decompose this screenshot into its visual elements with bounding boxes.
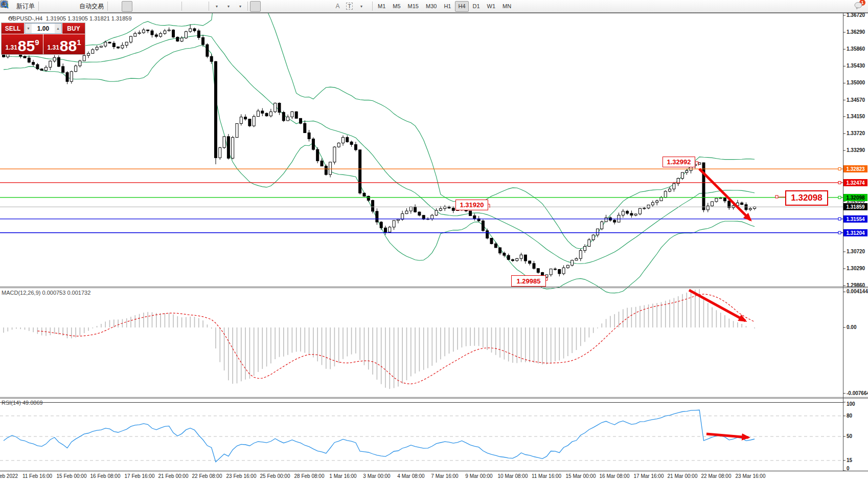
notifications-icon[interactable]: 1 — [853, 1, 864, 12]
candle-body — [151, 31, 153, 35]
crosshair-button[interactable] — [262, 1, 272, 12]
channel-button[interactable]: E — [309, 1, 319, 12]
volume-down-icon[interactable]: ▼ — [25, 24, 32, 33]
candle-body — [155, 35, 157, 36]
price-tick-label: 1.29860 — [847, 282, 865, 288]
tf-h1-button[interactable]: H1 — [441, 1, 454, 12]
label-button[interactable]: T — [344, 1, 355, 12]
sell-button[interactable]: SELL — [2, 23, 24, 34]
symbol-icon — [8, 15, 14, 20]
zoom-out-button[interactable] — [157, 1, 168, 12]
candle-body — [342, 137, 345, 143]
tf-h4-button[interactable]: H4 — [455, 1, 468, 12]
price-line-label: 1.31204 — [843, 229, 867, 236]
favorites-icon[interactable] — [41, 1, 52, 12]
rsi-tick-label: 15 — [847, 457, 852, 463]
zoom-in-button[interactable] — [145, 1, 156, 12]
candle-body — [248, 119, 251, 126]
tf-d1-button[interactable]: D1 — [470, 1, 483, 12]
candlestick-chart-button[interactable] — [122, 1, 132, 12]
time-tick-label: 3 Mar 00:00 — [363, 473, 390, 479]
auto-scroll-button[interactable] — [184, 1, 195, 12]
fibonacci-button[interactable]: F — [321, 1, 331, 12]
new-order-label: 新订单 — [16, 2, 35, 11]
tf-w1-button[interactable]: W1 — [484, 1, 499, 12]
bar-chart-button[interactable] — [110, 1, 121, 12]
new-order-button[interactable]: 新订单 — [13, 1, 36, 12]
price-line-label: 1.31554 — [843, 215, 867, 223]
trend-arrow[interactable] — [699, 169, 750, 220]
time-tick-label: 11 Feb 16:00 — [22, 473, 52, 479]
volume-input[interactable]: 1.00 — [32, 24, 55, 33]
line-anchor-marker[interactable] — [838, 168, 841, 170]
price-callout-current[interactable]: 1.32098 — [785, 190, 828, 206]
cursor-button[interactable] — [250, 1, 261, 12]
candle-body — [223, 137, 225, 148]
time-tick-label: 10 Mar 08:00 — [498, 473, 528, 479]
candle-body — [435, 210, 438, 215]
line-anchor-marker[interactable] — [838, 181, 841, 184]
candle-body — [724, 198, 726, 201]
line-anchor-marker[interactable] — [838, 196, 841, 199]
vline-button[interactable] — [273, 1, 284, 12]
chart-shift-button[interactable] — [196, 1, 207, 12]
candle-body — [261, 111, 264, 113]
text-button[interactable]: A — [332, 1, 343, 12]
candle-body — [634, 214, 637, 215]
candle-body — [384, 228, 387, 232]
candle-body — [257, 111, 260, 117]
sell-price-button[interactable]: 1.31 85 9 — [2, 34, 43, 54]
candle-body — [164, 31, 166, 33]
chart-canvas[interactable] — [0, 0, 868, 482]
tile-windows-button[interactable] — [169, 1, 179, 12]
price-callout-mid[interactable]: 1.31920 — [455, 200, 488, 210]
tf-m15-button[interactable]: M15 — [405, 1, 422, 12]
candle-body — [295, 112, 298, 118]
tf-m1-button[interactable]: M1 — [375, 1, 389, 12]
periods-button[interactable]: ▾ — [223, 1, 234, 12]
time-tick-label: 17 Mar 16:00 — [634, 473, 664, 479]
line-anchor-marker[interactable] — [838, 217, 841, 220]
volume-up-icon[interactable]: ▲ — [55, 24, 61, 33]
price-callout-low[interactable]: 1.29985 — [511, 275, 546, 287]
shapes-button[interactable]: ▾ — [356, 1, 367, 12]
templates-button[interactable]: ▾ — [235, 1, 245, 12]
hline-button[interactable] — [285, 1, 296, 12]
candle-body — [715, 199, 718, 202]
candle-body — [588, 240, 590, 247]
line-anchor-marker[interactable] — [838, 231, 841, 234]
time-tick-label: 15 Mar 00:00 — [566, 473, 596, 479]
candle-body — [104, 42, 107, 46]
indicators-button[interactable]: ▾ — [211, 1, 222, 12]
candle-body — [210, 56, 213, 61]
candle-body — [121, 45, 124, 48]
terminal-icon[interactable] — [53, 1, 63, 12]
tf-m5-button[interactable]: M5 — [390, 1, 403, 12]
candle-body — [32, 62, 35, 64]
candle-body — [321, 161, 323, 166]
candle-body — [240, 117, 242, 124]
line-chart-button[interactable] — [133, 1, 144, 12]
buy-price-button[interactable]: 1.31 88 1 — [43, 34, 85, 54]
rsi-label: RSI(14) 49.0869 — [2, 400, 43, 406]
buy-button[interactable]: BUY — [62, 23, 85, 34]
candle-body — [507, 255, 510, 259]
trend-arrow[interactable] — [689, 290, 745, 321]
candle-body — [409, 207, 412, 211]
tf-m30-button[interactable]: M30 — [423, 1, 440, 12]
candle-body — [711, 202, 714, 206]
callout-anchor-marker[interactable] — [775, 195, 778, 198]
search-icon[interactable] — [841, 1, 852, 12]
tf-mn-button[interactable]: MN — [499, 1, 514, 12]
autotrade-button[interactable]: 自动交易 — [76, 1, 105, 12]
candle-body — [337, 143, 340, 147]
candle-body — [269, 112, 272, 116]
candle-body — [75, 66, 77, 72]
time-tick-label: 21 Mar 00:00 — [668, 473, 698, 479]
signal-icon[interactable] — [64, 1, 75, 12]
trendline-button[interactable] — [297, 1, 308, 12]
price-callout-high[interactable]: 1.32992 — [663, 157, 695, 167]
candle-body — [473, 216, 476, 219]
buy-price-prefix: 1.31 — [47, 44, 59, 51]
candle-body — [405, 211, 408, 213]
